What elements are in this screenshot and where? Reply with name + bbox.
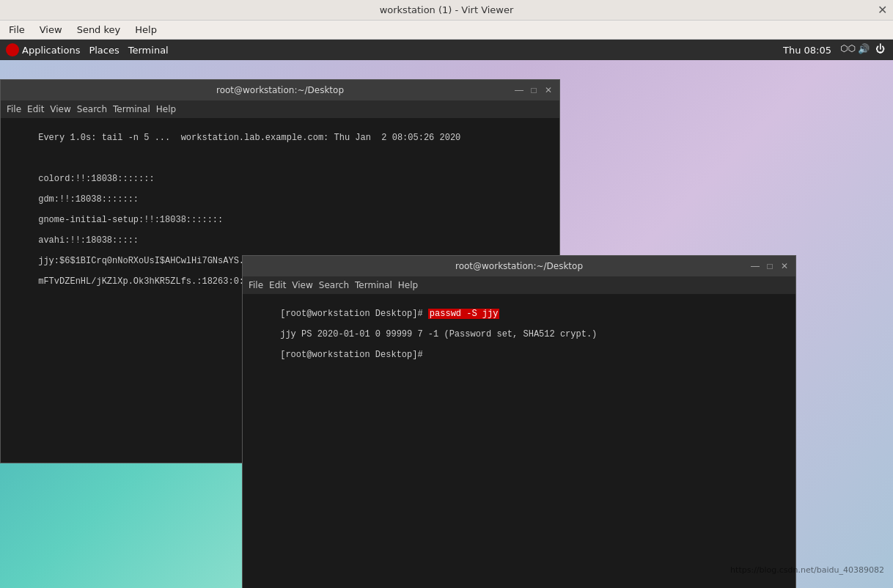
terminal2-titlebar: root@workstation:~/Desktop — □ ✕: [243, 256, 795, 276]
terminal2-command: passwd -S jjy: [428, 309, 500, 319]
power-icon[interactable]: ⏻: [875, 44, 887, 56]
t1-menu-terminal[interactable]: Terminal: [113, 104, 150, 114]
terminal2-prompt1: [root@workstation Desktop]#: [280, 309, 422, 319]
gnome-apps-menu[interactable]: Applications: [6, 43, 80, 56]
terminal1-titlebar: root@workstation:~/Desktop — □ ✕: [1, 80, 559, 100]
watermark-text: https://blog.csdn.net/baidu_40389082: [730, 565, 884, 575]
gnome-clock: Thu 08:05: [783, 45, 831, 56]
desktop-area: Applications Places Terminal Thu 08:05 ⬡…: [0, 40, 893, 588]
menu-send-key[interactable]: Send key: [71, 23, 127, 37]
terminal1-line1: Every 1.0s: tail -n 5 ... workstation.la…: [38, 133, 460, 143]
virt-viewer-menubar: File View Send key Help: [0, 21, 893, 40]
terminal2-prompt2: [root@workstation Desktop]#: [280, 350, 422, 360]
audio-icon[interactable]: 🔊: [858, 44, 870, 56]
menu-view[interactable]: View: [34, 23, 68, 37]
virt-viewer-close-button[interactable]: ✕: [878, 4, 887, 16]
terminal2-menubar: File Edit View Search Terminal Help: [243, 276, 795, 294]
t2-menu-search[interactable]: Search: [319, 280, 349, 290]
terminal2-buttons: — □ ✕: [750, 261, 790, 271]
virt-viewer-title: workstation (1) - Virt Viewer: [380, 4, 514, 15]
t1-menu-help[interactable]: Help: [156, 104, 176, 114]
t2-menu-terminal[interactable]: Terminal: [355, 280, 392, 290]
terminal1-line4: gdm:!!:18038:::::::: [38, 194, 139, 205]
gnome-panel-right: Thu 08:05 ⬡⬡ 🔊 ⏻: [783, 44, 887, 56]
t1-menu-search[interactable]: Search: [77, 104, 107, 114]
terminal1-minimize[interactable]: —: [514, 85, 524, 95]
menu-help[interactable]: Help: [129, 23, 163, 37]
terminal1-close[interactable]: ✕: [543, 85, 554, 95]
terminal1-line6: avahi:!!:18038:::::: [38, 235, 139, 246]
terminal1-line5: gnome-initial-setup:!!:18038:::::::: [38, 215, 223, 225]
terminal2-close[interactable]: ✕: [779, 261, 790, 271]
network-icon: ⬡⬡: [840, 44, 852, 56]
t2-menu-help[interactable]: Help: [398, 280, 418, 290]
terminal1-buttons: — □ ✕: [514, 85, 554, 95]
t1-menu-edit[interactable]: Edit: [27, 104, 44, 114]
gnome-panel-left: Applications Places Terminal: [6, 43, 169, 56]
menu-file[interactable]: File: [3, 23, 31, 37]
terminal1-menubar: File Edit View Search Terminal Help: [1, 100, 559, 118]
gnome-panel: Applications Places Terminal Thu 08:05 ⬡…: [0, 40, 893, 60]
t2-menu-edit[interactable]: Edit: [269, 280, 286, 290]
t1-menu-file[interactable]: File: [7, 104, 21, 114]
terminal2-minimize[interactable]: —: [750, 261, 760, 271]
gnome-status-icons: ⬡⬡ 🔊 ⏻: [840, 44, 887, 56]
terminal-window-2: root@workstation:~/Desktop — □ ✕ File Ed…: [242, 255, 796, 588]
terminal2-content[interactable]: [root@workstation Desktop]# passwd -S jj…: [243, 294, 795, 588]
gnome-terminal-menu[interactable]: Terminal: [128, 45, 169, 56]
virt-viewer-titlebar: workstation (1) - Virt Viewer ✕: [0, 0, 893, 21]
gnome-places-menu[interactable]: Places: [89, 45, 119, 56]
applications-label[interactable]: Applications: [22, 45, 80, 56]
terminal2-title: root@workstation:~/Desktop: [455, 261, 583, 271]
t2-menu-view[interactable]: View: [292, 280, 312, 290]
watermark: https://blog.csdn.net/baidu_40389082: [730, 565, 884, 575]
t2-menu-file[interactable]: File: [249, 280, 263, 290]
terminal1-title: root@workstation:~/Desktop: [216, 85, 344, 95]
terminal2-output1: jjy PS 2020-01-01 0 99999 7 -1 (Password…: [280, 329, 597, 339]
terminal1-maximize[interactable]: □: [529, 85, 539, 95]
terminal1-line3: colord:!!:18038:::::::: [38, 174, 154, 184]
redhat-icon: [6, 43, 19, 56]
t1-menu-view[interactable]: View: [50, 104, 70, 114]
terminal2-maximize[interactable]: □: [765, 261, 775, 271]
